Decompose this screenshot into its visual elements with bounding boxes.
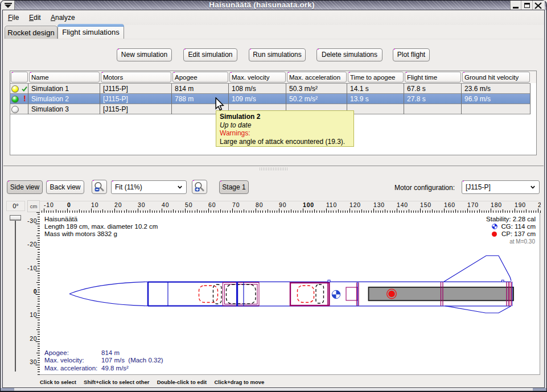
svg-text:-10: -10	[27, 265, 38, 271]
svg-text:20: 20	[30, 335, 37, 342]
svg-text:0: 0	[67, 201, 71, 208]
svg-text:0: 0	[34, 288, 38, 295]
svg-text:160: 160	[444, 201, 455, 208]
svg-text:110: 110	[326, 201, 337, 208]
svg-text:50: 50	[185, 201, 192, 208]
svg-text:-30: -30	[27, 217, 38, 224]
svg-text:10: 10	[91, 201, 98, 208]
svg-text:100: 100	[303, 201, 314, 208]
svg-text:60: 60	[208, 201, 216, 208]
svg-text:-20: -20	[27, 241, 38, 247]
svg-text:140: 140	[397, 201, 408, 208]
svg-text:80: 80	[256, 201, 263, 208]
svg-text:190: 190	[515, 201, 526, 208]
svg-text:30: 30	[138, 201, 145, 208]
svg-text:70: 70	[232, 201, 240, 208]
svg-text:150: 150	[420, 201, 431, 208]
svg-text:130: 130	[373, 201, 385, 208]
svg-text:-10: -10	[44, 201, 54, 208]
svg-text:30: 30	[30, 358, 37, 365]
svg-text:20: 20	[114, 201, 122, 208]
svg-text:10: 10	[30, 311, 37, 318]
svg-text:90: 90	[279, 201, 286, 208]
svg-text:170: 170	[467, 201, 479, 208]
svg-text:200: 200	[538, 201, 541, 208]
svg-text:40: 40	[162, 201, 169, 208]
svg-text:180: 180	[491, 201, 502, 208]
svg-text:120: 120	[349, 201, 361, 208]
